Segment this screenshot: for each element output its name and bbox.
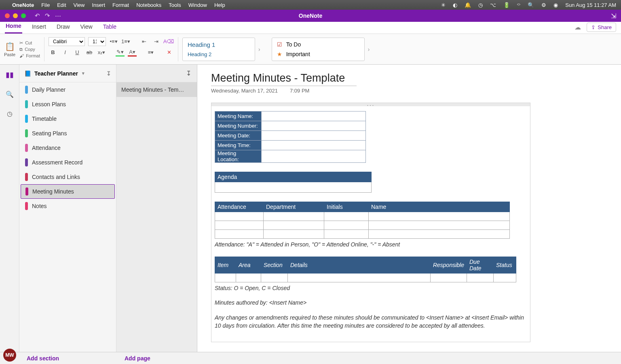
tags-gallery[interactable]: ☑︎To Do ★Important bbox=[272, 38, 365, 61]
table-cell[interactable] bbox=[215, 221, 264, 230]
tags-expand-icon[interactable]: › bbox=[368, 46, 370, 53]
items-header[interactable]: Due Date bbox=[467, 257, 494, 274]
clear-formatting-button[interactable]: A⌫ bbox=[164, 38, 173, 46]
section-item[interactable]: Seating Plans bbox=[19, 126, 116, 141]
table-cell[interactable] bbox=[324, 221, 369, 230]
meta-label[interactable]: Meeting Date: bbox=[215, 131, 262, 141]
statusbar-siri-icon[interactable]: ◉ bbox=[553, 2, 558, 8]
recent-rail-icon[interactable]: ◷ bbox=[5, 109, 14, 118]
meta-label[interactable]: Meeting Name: bbox=[215, 112, 262, 121]
agenda-header[interactable]: Agenda bbox=[215, 172, 372, 182]
highlight-button[interactable]: ✎▾ bbox=[116, 48, 125, 57]
table-cell[interactable] bbox=[264, 212, 324, 221]
table-cell[interactable] bbox=[215, 230, 264, 239]
subscript-button[interactable]: x₂▾ bbox=[97, 48, 106, 57]
statusbar-datetime[interactable]: Sun Aug 15 11:27 AM bbox=[565, 2, 616, 8]
items-header[interactable]: Status bbox=[494, 257, 516, 274]
section-item[interactable]: Contacts and Links bbox=[19, 170, 116, 184]
container-grip[interactable] bbox=[211, 103, 530, 106]
bold-button[interactable]: B bbox=[49, 48, 57, 57]
statusbar-asterisk-icon[interactable]: ✳︎ bbox=[441, 2, 446, 8]
statusbar-bluetooth-icon[interactable]: ⌥ bbox=[490, 2, 496, 8]
meta-label[interactable]: Meeting Number: bbox=[215, 121, 262, 131]
statusbar-spotlight-icon[interactable]: 🔍 bbox=[528, 2, 534, 8]
table-cell[interactable] bbox=[430, 274, 467, 282]
table-cell[interactable] bbox=[324, 212, 369, 221]
tab-insert[interactable]: Insert bbox=[31, 22, 47, 34]
items-header[interactable]: Responsible bbox=[430, 257, 467, 274]
strikethrough-button[interactable]: ab bbox=[85, 48, 94, 57]
disclaimer-text[interactable]: Any changes or amendments required to th… bbox=[215, 314, 527, 330]
format-painter-button[interactable]: 🖌︎Format bbox=[19, 53, 40, 58]
table-cell[interactable] bbox=[324, 230, 369, 239]
att-header[interactable]: Department bbox=[264, 202, 324, 212]
font-size-select[interactable]: 11 bbox=[88, 37, 106, 46]
menu-edit[interactable]: Edit bbox=[57, 2, 66, 8]
menu-insert[interactable]: Insert bbox=[92, 2, 105, 8]
sort-icon[interactable]: ↧ bbox=[106, 70, 111, 77]
items-header[interactable]: Area bbox=[236, 257, 261, 274]
window-close-button[interactable] bbox=[5, 13, 10, 18]
notebooks-rail-icon[interactable]: ▮▮ bbox=[5, 70, 14, 79]
table-cell[interactable] bbox=[261, 274, 288, 282]
tag-important[interactable]: ★Important bbox=[277, 51, 359, 57]
section-item[interactable]: Meeting Minutes bbox=[21, 184, 115, 199]
att-header[interactable]: Initials bbox=[324, 202, 369, 212]
menu-tools[interactable]: Tools bbox=[169, 2, 181, 8]
table-cell[interactable] bbox=[215, 274, 236, 282]
page-title[interactable]: Meeting Minutes - Template bbox=[211, 72, 357, 86]
font-name-select[interactable]: Calibri bbox=[49, 37, 85, 46]
statusbar-sync-icon[interactable]: ◐ bbox=[453, 2, 457, 8]
page-list-item[interactable]: Meeting Minutes - Tem… bbox=[116, 82, 197, 97]
menu-window[interactable]: Window bbox=[188, 2, 207, 8]
att-header[interactable]: Name bbox=[369, 202, 510, 212]
action-items-table[interactable]: Item Area Section Details Responsible Du… bbox=[215, 257, 516, 282]
meta-label[interactable]: Meeting Time: bbox=[215, 141, 262, 150]
menu-file[interactable]: File bbox=[41, 2, 50, 8]
qat-more-icon[interactable]: ⋯ bbox=[55, 12, 61, 19]
add-page-button[interactable]: Add page bbox=[116, 355, 197, 362]
meta-label[interactable]: Meeting Location: bbox=[215, 150, 262, 163]
copy-button[interactable]: ⧉Copy bbox=[19, 47, 40, 52]
table-cell[interactable] bbox=[369, 230, 510, 239]
sort-pages-icon[interactable]: ↧ bbox=[186, 69, 191, 77]
agenda-cell[interactable] bbox=[215, 182, 372, 193]
delete-button[interactable]: ✕ bbox=[165, 48, 174, 57]
font-color-button[interactable]: A▾ bbox=[128, 48, 137, 57]
tab-home[interactable]: Home bbox=[5, 22, 22, 34]
meta-value-cell[interactable] bbox=[262, 131, 366, 141]
meta-value-cell[interactable] bbox=[262, 112, 366, 121]
table-cell[interactable] bbox=[494, 274, 516, 282]
qat-undo-icon[interactable]: ↶ bbox=[35, 12, 40, 19]
styles-gallery[interactable]: Heading 1 Heading 2 bbox=[182, 38, 255, 61]
notebook-selector[interactable]: 📘 Teacher Planner ▾ ↧ bbox=[19, 65, 116, 82]
window-present-icon[interactable]: ⇲ bbox=[611, 12, 616, 20]
page-canvas[interactable]: Meeting Minutes - Template Wednesday, Ma… bbox=[197, 65, 621, 352]
section-item[interactable]: Attendance bbox=[19, 141, 116, 155]
section-item[interactable]: Daily Planner bbox=[19, 82, 116, 97]
style-heading2[interactable]: Heading 2 bbox=[188, 51, 250, 57]
table-cell[interactable] bbox=[369, 221, 510, 230]
meta-value-cell[interactable] bbox=[262, 150, 366, 163]
menu-format[interactable]: Format bbox=[112, 2, 129, 8]
table-cell[interactable] bbox=[369, 212, 510, 221]
items-header[interactable]: Item bbox=[215, 257, 236, 274]
bullets-button[interactable]: •≡▾ bbox=[109, 38, 118, 46]
underline-button[interactable]: U bbox=[73, 48, 82, 57]
table-cell[interactable] bbox=[215, 212, 264, 221]
statusbar-clock-icon[interactable]: ◷ bbox=[478, 2, 483, 8]
section-item[interactable]: Assessment Record bbox=[19, 155, 116, 170]
att-header[interactable]: Attendance bbox=[215, 202, 264, 212]
table-cell[interactable] bbox=[288, 274, 431, 282]
share-button[interactable]: ⇪ Share bbox=[587, 23, 616, 32]
tab-table[interactable]: Table bbox=[102, 22, 117, 34]
window-minimize-button[interactable] bbox=[13, 13, 18, 18]
table-cell[interactable] bbox=[264, 221, 324, 230]
meta-value-cell[interactable] bbox=[262, 121, 366, 131]
align-button[interactable]: ≡▾ bbox=[146, 48, 155, 57]
table-cell[interactable] bbox=[236, 274, 261, 282]
statusbar-wifi-icon[interactable]: ⌔ bbox=[517, 2, 520, 8]
author-note[interactable]: Minutes authored by: <Insert Name> bbox=[215, 299, 527, 306]
menu-view[interactable]: View bbox=[74, 2, 85, 8]
tab-view[interactable]: View bbox=[80, 22, 93, 34]
